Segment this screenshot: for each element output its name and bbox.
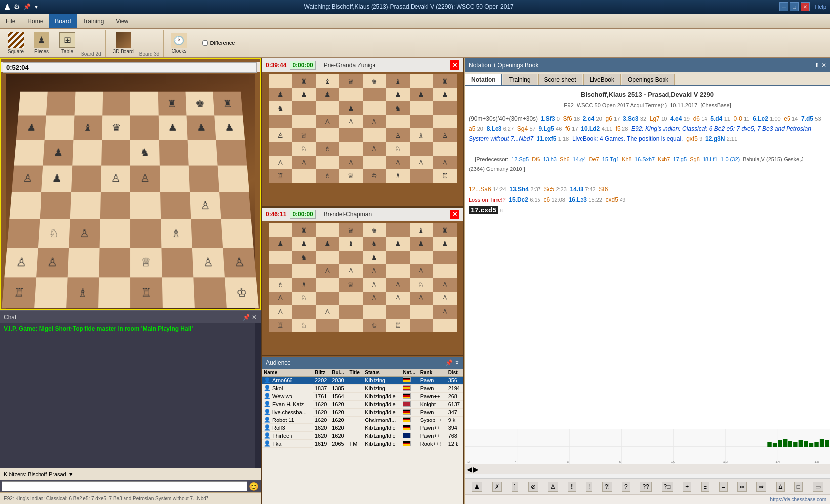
nav-right-icon[interactable]: ▶ — [473, 465, 479, 473]
sym-inf-icon[interactable]: ∞ — [737, 482, 747, 492]
eval-bar: 2 4 6 8 10 12 14 16 ◀ ▶ — [465, 429, 830, 478]
menubar: File Home Board Training View — [0, 14, 830, 29]
sym-excl-icon[interactable]: ! — [586, 482, 592, 492]
cell-status: Kibitzing/Idle — [363, 440, 401, 448]
mini-board-bottom-close[interactable]: ✕ — [450, 210, 459, 219]
cell-status: Kibitzing — [363, 384, 401, 392]
col-name: Name — [262, 369, 313, 377]
table-row[interactable]: 👤 live.chessba... 1620 1620 Kibitzing/Id… — [262, 408, 463, 416]
sym-plus-icon[interactable]: + — [683, 482, 691, 492]
table-row[interactable]: 👤 Wewiwo 1761 1564 Kibitzing/Idle Pawn++… — [262, 392, 463, 400]
sym-dblexcl-icon[interactable]: !! — [568, 482, 576, 492]
audience-title: Audience — [266, 359, 290, 366]
cell-nat — [401, 440, 418, 448]
tab-score-sheet[interactable]: Score sheet — [538, 74, 582, 85]
sym-eq-icon[interactable]: = — [719, 482, 728, 492]
clocks-button[interactable]: 🕐 Clocks — [167, 30, 190, 56]
notation-content: Bischoff,Klaus 2513 - Prasad,Devaki V 22… — [465, 86, 830, 429]
sym-pawn-icon[interactable]: ♟ — [472, 482, 482, 492]
sym-rect-icon[interactable]: ▭ — [813, 482, 823, 492]
help-button[interactable]: Help — [815, 4, 826, 10]
person-icon: 👤 — [264, 385, 271, 391]
emoji-icon[interactable]: 😊 — [249, 482, 259, 491]
mini-board-bottom-canvas[interactable]: ♜♛♚♝♜ ♟♟♟♝♞♟♟♟ ♞♟ ♙♙♙♙ ♗♗♕♙♙♘♙ ♙♘♙♙♙♙ ♙♙… — [269, 223, 456, 332]
sym-dblq-icon[interactable]: ?? — [640, 482, 651, 492]
table-row[interactable]: 👤 Rolf3 1620 1620 Kibitzing/Idle Pawn++ … — [262, 424, 463, 432]
table-row[interactable]: 👤 Tka 1619 2065 FM Kibitzing/Idle Rook++… — [262, 440, 463, 448]
notation-expand-icon[interactable]: ⬆ — [814, 62, 819, 69]
chat-close-icon[interactable]: ✕ — [252, 314, 257, 321]
audience-pin-icon[interactable]: 📌 — [445, 359, 453, 366]
table-row[interactable]: 👤 Robot 11 1620 1620 Chairman/I... Sysop… — [262, 416, 463, 424]
tab-openings-book[interactable]: Openings Book — [622, 74, 675, 85]
nav-left-icon[interactable]: ◀ — [467, 465, 472, 473]
chat-input[interactable] — [2, 481, 247, 491]
cell-name: 👤 Evan H. Katz — [262, 400, 313, 408]
minimize-button[interactable]: ─ — [779, 2, 788, 11]
pieces-button[interactable]: ♟ Pieces — [30, 30, 53, 57]
person-icon: 👤 — [264, 417, 271, 423]
cell-rank: Pawn — [418, 377, 446, 385]
tab-notation[interactable]: Notation — [465, 74, 502, 85]
menu-training[interactable]: Training — [77, 14, 110, 28]
status-bar: E92: King's Indian: Classical: 6 Be2 e5:… — [0, 492, 261, 504]
table-button[interactable]: ⊞ Table — [55, 30, 79, 57]
col-nat: Nat... — [401, 369, 418, 377]
sym-pluseq-icon[interactable]: ± — [701, 482, 709, 492]
toolbar: Square ♟ Pieces ⊞ Table Board 2d 3D Boar… — [0, 29, 830, 58]
col-rank: Rank — [418, 369, 446, 377]
col-dist: Dist: — [446, 369, 463, 377]
table-row[interactable]: 👤 Arno666 2202 2030 Kibitzing Pawn 356 — [262, 377, 463, 385]
table-row[interactable]: 👤 Skol 1837 1385 Kibitzing Pawn 2194 — [262, 384, 463, 392]
person-icon: 👤 — [264, 401, 271, 407]
sym-exclq-icon[interactable]: ?! — [602, 482, 612, 492]
menu-file[interactable]: File — [0, 14, 21, 28]
sym-x-icon[interactable]: ✗ — [492, 482, 502, 492]
col-blitz: Blitz — [313, 369, 330, 377]
difference-checkbox[interactable] — [202, 40, 208, 46]
notation-close-icon[interactable]: ✕ — [821, 62, 826, 69]
table-row[interactable]: 👤 Thirteen 1620 1620 Kibitzing/Idle Pawn… — [262, 432, 463, 440]
svg-rect-13 — [793, 442, 797, 447]
game-title: Bischoff,Klaus 2513 - Prasad,Devaki V 22… — [469, 90, 826, 100]
mini-timer-top-left: 0:39:44 — [266, 62, 286, 69]
tab-livebook[interactable]: LiveBook — [583, 74, 621, 85]
cell-nat — [401, 432, 418, 440]
sym-bracket-icon[interactable]: ] — [512, 482, 518, 492]
flag-icon — [403, 393, 411, 399]
sym-wpawn-icon[interactable]: ♙ — [548, 482, 558, 492]
sym-q-icon[interactable]: ? — [622, 482, 630, 492]
chat-vip-message: V.I.P. Game: Nigel Short-Top fide master… — [4, 325, 251, 332]
cell-bul: 1620 — [330, 432, 347, 440]
menu-home[interactable]: Home — [21, 14, 49, 28]
sym-sq-icon[interactable]: □ — [794, 482, 803, 492]
audience-close-icon[interactable]: ✕ — [455, 359, 459, 366]
cell-nat — [401, 384, 418, 392]
mini-board-top-canvas[interactable]: ♜♝♛♚♝♜ ♟♟♟♟♟♟ ♞♟♞ ♙♙♙ ♙♕♙♗♙ ♘♗♙♘ ♙♙♙♙♙♙ … — [269, 74, 456, 183]
board3d-button[interactable]: 3D Board — [110, 30, 137, 57]
kibitzers-dropdown[interactable]: ▼ — [68, 471, 74, 477]
cell-nat — [401, 400, 418, 408]
main-chess-board[interactable]: ♜♚♜ ♟♝♛♟♟♟ ♟♞ ♙♟♙♙ ♙ ♘♙♗ ♙♙♕♙♙ — [6, 74, 255, 309]
sym-arr-icon[interactable]: ⇒ — [756, 482, 766, 492]
menu-board[interactable]: Board — [49, 14, 77, 28]
chat-pin-icon[interactable]: 📌 — [243, 314, 250, 321]
square-button[interactable]: Square — [4, 30, 28, 57]
flag-icon — [403, 401, 411, 407]
chat-scrollbar[interactable] — [255, 323, 261, 468]
sym-tri-icon[interactable]: ∆ — [776, 482, 785, 492]
close-button[interactable]: ✕ — [801, 2, 810, 11]
svg-rect-8 — [767, 442, 771, 447]
restore-button[interactable]: □ — [790, 2, 799, 11]
difference-label[interactable]: Difference — [210, 40, 235, 46]
cell-bul: 1620 — [330, 408, 347, 416]
menu-view[interactable]: View — [110, 14, 134, 28]
col-status: Status — [363, 369, 401, 377]
sym-qsq-icon[interactable]: ?□ — [662, 482, 673, 492]
titlebar-left: ♟ ⚙ 📌 ▼ — [4, 2, 39, 12]
clocks-icon: 🕐 — [171, 33, 187, 48]
sym-circle-icon[interactable]: ⊘ — [528, 482, 538, 492]
table-row[interactable]: 👤 Evan H. Katz 1620 1620 Kibitzing/Idle … — [262, 400, 463, 408]
mini-board-top-close[interactable]: ✕ — [450, 60, 459, 70]
tab-training[interactable]: Training — [503, 74, 537, 85]
